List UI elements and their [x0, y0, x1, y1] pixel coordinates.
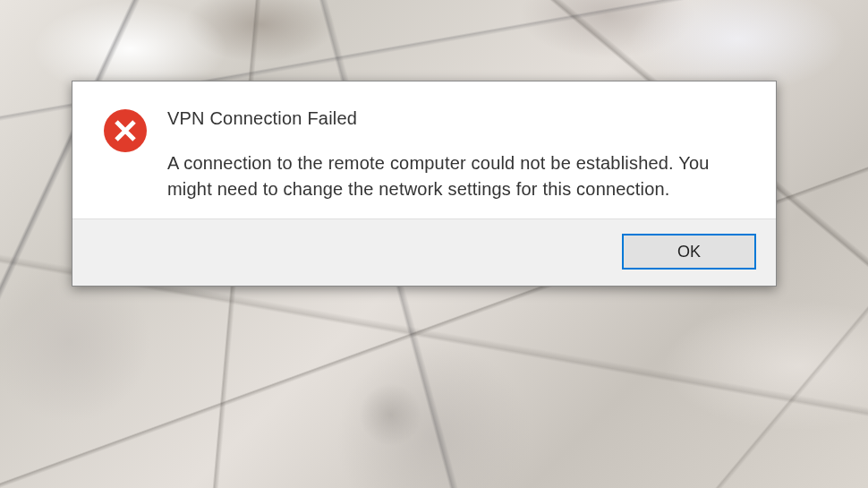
- dialog-body: VPN Connection Failed A connection to th…: [72, 81, 776, 218]
- error-dialog: VPN Connection Failed A connection to th…: [72, 81, 777, 287]
- dialog-icon-container: [103, 108, 148, 202]
- dialog-message: A connection to the remote computer coul…: [167, 150, 740, 202]
- dialog-footer: OK: [72, 218, 776, 286]
- dialog-text-container: VPN Connection Failed A connection to th…: [167, 108, 745, 202]
- error-x-icon: [103, 108, 148, 153]
- dialog-title: VPN Connection Failed: [167, 108, 745, 129]
- ok-button[interactable]: OK: [622, 234, 756, 270]
